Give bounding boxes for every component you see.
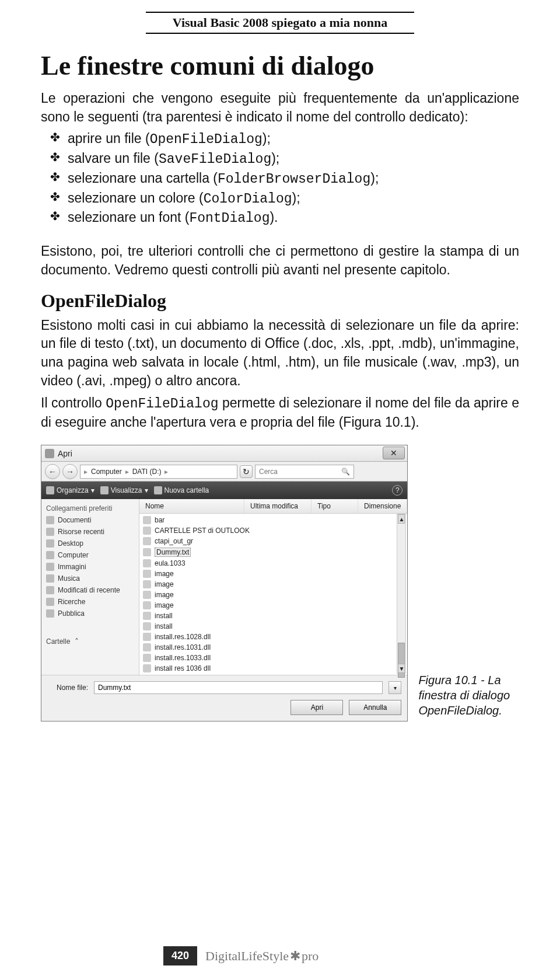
dialog-title: Apri (58, 449, 72, 458)
file-row[interactable]: install (143, 611, 404, 621)
file-icon (143, 580, 151, 588)
file-row[interactable]: install.res.1028.dll (143, 632, 404, 642)
file-row[interactable]: ctapi_out_gr (143, 536, 404, 546)
subsection-p1: Esistono molti casi in cui abbiamo la ne… (41, 316, 519, 391)
filename-input[interactable] (94, 681, 383, 694)
folder-icon (46, 598, 54, 606)
file-row[interactable]: Dummy.txt (143, 546, 404, 558)
folder-icon (46, 528, 54, 536)
folder-icon (46, 609, 54, 618)
file-icon (143, 601, 151, 609)
sidebar-item-label: Immagini (58, 563, 86, 571)
section-title: Le finestre comuni di dialogo (41, 50, 519, 81)
search-icon: 🔍 (341, 468, 350, 476)
file-row[interactable]: image (143, 590, 404, 600)
page-number: 420 (163, 946, 197, 965)
folders-toggle[interactable]: Cartelle ˄ (44, 619, 136, 649)
file-name: install.res.1033.dll (155, 654, 211, 662)
sidebar-item[interactable]: Computer (44, 549, 136, 561)
filename-label: Nome file: (47, 684, 88, 692)
file-row[interactable]: install.res.1033.dll (143, 653, 404, 663)
list-item: selezionare una cartella (FolderBrowserD… (68, 169, 519, 189)
sidebar-item-label: Risorse recenti (58, 528, 104, 536)
nav-fwd-button[interactable]: → (62, 464, 78, 479)
file-name: bar (155, 516, 164, 524)
folder-icon (46, 551, 54, 559)
sidebar-item-label: Documenti (58, 516, 91, 524)
sidebar-item[interactable]: Immagini (44, 561, 136, 573)
brand: DigitalLifeStyle✱pro (205, 949, 318, 964)
sidebar-item[interactable]: Desktop (44, 538, 136, 549)
file-row[interactable]: CARTELLE PST di OUTLOOK (143, 525, 404, 536)
sidebar-item[interactable]: Pubblica (44, 608, 136, 619)
col-modified[interactable]: Ultima modifica (244, 499, 312, 513)
close-button[interactable]: ✕ (383, 447, 405, 459)
sidebar-item-label: Musica (58, 574, 80, 583)
file-row[interactable]: image (143, 600, 404, 611)
folder-icon (46, 516, 54, 524)
file-icon (143, 527, 151, 535)
post-list-paragraph: Esistono, poi, tre ulteriori controlli c… (41, 242, 519, 279)
file-row[interactable]: eula.1033 (143, 558, 404, 569)
search-placeholder: Cerca (259, 468, 278, 476)
file-name: install (155, 622, 173, 630)
search-input[interactable]: Cerca 🔍 (255, 465, 354, 479)
file-row[interactable]: image (143, 579, 404, 590)
list-item: aprire un file (OpenFileDialog); (68, 130, 519, 149)
file-row[interactable]: install res 1036 dll (143, 663, 404, 674)
filename-dropdown[interactable]: ▾ (388, 681, 401, 694)
chevron-down-icon: ▾ (394, 685, 397, 691)
close-icon: ✕ (390, 448, 397, 458)
folder-icon (154, 486, 162, 494)
intro-paragraph: Le operazioni che vengono eseguite più f… (41, 89, 519, 126)
sidebar-item-label: Modificati di recente (58, 586, 120, 594)
file-row[interactable]: install.res.1031.dll (143, 642, 404, 653)
file-name: Dummy.txt (155, 548, 191, 557)
sidebar-item[interactable]: Risorse recenti (44, 526, 136, 538)
organize-icon (46, 486, 54, 494)
breadcrumb[interactable]: ▸ Computer ▸ DATI (D:) ▸ (80, 465, 237, 479)
file-list-pane: Nome Ultima modifica Tipo Dimensione bar… (139, 499, 407, 675)
col-size[interactable]: Dimensione (358, 499, 407, 513)
nav-back-button[interactable]: ← (45, 464, 60, 479)
file-list-header[interactable]: Nome Ultima modifica Tipo Dimensione (139, 499, 407, 514)
file-name: install.res.1031.dll (155, 643, 211, 651)
sidebar-item[interactable]: Ricerche (44, 596, 136, 608)
sidebar-item[interactable]: Modificati di recente (44, 584, 136, 596)
sidebar-item-label: Pubblica (58, 609, 85, 618)
col-type[interactable]: Tipo (312, 499, 358, 513)
file-name: image (155, 591, 174, 599)
file-row[interactable]: install (143, 621, 404, 632)
sidebar-item[interactable]: Documenti (44, 514, 136, 526)
file-icon (143, 591, 151, 599)
views-icon (100, 486, 108, 494)
chevron-up-icon: ˄ (75, 637, 79, 646)
operation-list: aprire un file (OpenFileDialog); salvare… (41, 130, 519, 228)
file-icon (143, 654, 151, 662)
scroll-down-button[interactable]: ▼ (398, 664, 405, 673)
help-button[interactable]: ? (392, 485, 402, 496)
page-footer: 420 DigitalLifeStyle✱pro (0, 946, 560, 965)
file-icon (143, 570, 151, 578)
open-button[interactable]: Apri (290, 700, 343, 715)
file-name: image (155, 601, 174, 609)
cancel-button[interactable]: Annulla (349, 700, 401, 715)
file-icon (143, 537, 151, 545)
scroll-up-button[interactable]: ▲ (398, 514, 405, 524)
list-item: selezionare un font (FontDialog). (68, 208, 519, 228)
scrollbar[interactable]: ▲ ▼ (397, 514, 406, 674)
open-file-dialog: Apri ✕ ← → ▸ Computer ▸ DATI (D:) ▸ ↻ Ce… (41, 445, 408, 721)
subsection-p2: Il controllo OpenFileDialog permette di … (41, 394, 519, 432)
views-menu[interactable]: Visualizza▾ (100, 486, 148, 494)
file-row[interactable]: bar (143, 515, 404, 525)
dialog-titlebar: Apri ✕ (41, 445, 407, 462)
sidebar-item[interactable]: Musica (44, 573, 136, 584)
file-icon (143, 559, 151, 567)
list-item: selezionare un colore (ColorDialog); (68, 189, 519, 209)
new-folder-button[interactable]: Nuova cartella (154, 486, 209, 494)
refresh-button[interactable]: ↻ (240, 465, 253, 478)
file-row[interactable]: image (143, 569, 404, 579)
file-name: image (155, 580, 174, 588)
organize-menu[interactable]: Organizza▾ (46, 486, 94, 494)
col-name[interactable]: Nome (139, 499, 244, 513)
